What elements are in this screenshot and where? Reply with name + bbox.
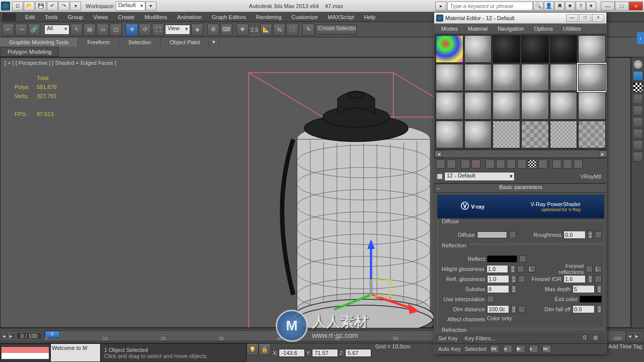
fresnel-checkbox[interactable] [586,265,593,273]
setkey-button[interactable]: Set Key [438,335,458,341]
material-slot-7[interactable] [436,64,463,92]
material-slot-21[interactable] [493,121,520,148]
material-slot-24[interactable] [578,121,606,148]
backlight-icon[interactable] [633,71,643,81]
show-in-viewport-icon[interactable] [528,159,537,168]
make-unique-icon[interactable] [496,159,505,168]
menu-rendering[interactable]: Rendering [251,14,287,20]
coord-z-input[interactable]: 5.67 [345,349,371,357]
affect-channels-select[interactable]: Color only [487,315,527,323]
open-file-icon[interactable]: 📂 [24,2,35,11]
dimfall-spinner[interactable]: ▴▾ [597,305,602,313]
scale-tool-icon[interactable]: ⛶ [152,24,164,36]
selected-label[interactable]: Selected [465,346,487,352]
coord-x-input[interactable]: -143.6 [279,349,305,357]
dimdist-spinner[interactable]: ▴▾ [511,305,516,313]
material-editor-titlebar[interactable]: Material Editor - 12 - Default — □ × [434,13,606,24]
timeline-right-arrow2-icon[interactable]: ▸ [635,332,642,339]
select-by-material-icon[interactable] [633,140,643,150]
favorites-icon[interactable]: ★ [565,2,575,11]
material-slot-15[interactable] [493,92,520,120]
assign-to-selection-icon[interactable] [461,159,470,168]
playback-start-icon[interactable]: ⏮ [490,345,499,353]
dimdist-input[interactable]: 100.0c [487,305,509,313]
selection-lock-icon[interactable]: 💡 [247,343,259,355]
material-slot-6[interactable] [578,35,606,63]
menu-modifiers[interactable]: Modifiers [139,14,172,20]
angle-snap-icon[interactable]: 📐 [260,24,272,36]
undo-button-icon[interactable]: ⤺ [2,24,14,36]
nav-icon[interactable]: ⊞ [593,334,602,342]
ribbon-tab-graphite[interactable]: Graphite Modeling Tools [0,38,78,47]
timeline-left-arrow2-icon[interactable]: ◂ [628,332,635,339]
material-slot-3[interactable] [493,35,520,63]
material-slot-20[interactable] [464,121,492,148]
material-slot-17[interactable] [550,92,578,120]
fresnel-ior-spinner[interactable]: ▴▾ [588,275,593,283]
link-icon[interactable]: 🔗 [28,24,40,36]
material-name-select[interactable]: 12 - Default [444,172,515,181]
manipulate-icon[interactable]: ⚙ [207,24,219,36]
material-slot-5[interactable] [550,35,578,63]
menu-views[interactable]: Views [88,14,113,20]
menu-customize[interactable]: Customize [287,14,323,20]
fresnel-ior-map-button[interactable] [595,276,602,283]
spinner-snap-icon[interactable]: ⬚ [286,24,298,36]
maxdepth-spinner[interactable]: ▴▾ [597,285,602,293]
material-slot-23[interactable] [550,121,578,148]
ref-coord-select[interactable]: View [165,25,190,35]
scroll-left-icon[interactable]: ◂ [435,150,443,157]
put-to-scene-icon[interactable] [447,159,456,168]
material-editor-maximize-button[interactable]: □ [579,14,591,22]
ribbon-tab-object-paint[interactable]: Object Paint [160,38,209,47]
sibling-icon[interactable] [574,159,583,168]
rollout-basic-parameters[interactable]: –Basic parameters [434,184,606,193]
hilight-map-button[interactable] [517,265,524,273]
material-slot-4[interactable] [521,35,549,63]
pick-material-icon[interactable]: ✎ [437,174,442,179]
go-to-parent-icon[interactable] [552,159,561,168]
snap-toggle-icon[interactable]: ❖ [236,24,249,36]
timeline-left-arrow-icon[interactable]: ◂ [2,332,9,339]
roughness-input[interactable]: 0.0 [564,231,586,239]
material-slot-13[interactable] [436,92,463,120]
matmenu-material[interactable]: Material [463,26,493,32]
menu-maxscript[interactable]: MAXScript [323,14,359,20]
project-icon[interactable]: ▾ [70,2,81,11]
command-panel-toggle-icon[interactable]: › [637,32,644,44]
material-slot-8[interactable] [464,64,492,92]
playback-next-icon[interactable]: ▸ [529,345,538,353]
roughness-spinner[interactable]: ▴▾ [588,231,593,239]
maxdepth-input[interactable]: 5 [573,285,595,293]
make-copy-icon[interactable] [486,159,495,168]
select-by-name-icon[interactable]: ▤ [84,24,96,36]
menu-tools[interactable]: Tools [40,14,63,20]
subdivs-input[interactable]: 8 [487,285,509,293]
menu-edit[interactable]: Edit [20,14,40,20]
help-icon[interactable]: ? [576,2,586,11]
window-close-button[interactable]: × [629,2,643,11]
material-slot-11[interactable] [550,64,578,92]
keyfilters-button[interactable]: Key Filters... [465,335,496,341]
reset-map-icon[interactable]: ✕ [471,159,480,168]
material-slots-h-scrollbar[interactable]: ◂ ▸ [434,150,606,158]
matmenu-navigation[interactable]: Navigation [493,26,529,32]
rectangle-region-icon[interactable]: ▭ [97,24,109,36]
current-frame-display[interactable]: 0 / 100 [16,332,42,339]
named-selection-icon[interactable]: ✎ [302,24,314,36]
put-to-library-icon[interactable] [507,159,516,168]
background-icon[interactable] [633,82,643,93]
lock-icon[interactable]: 🔒 [259,343,271,355]
sample-type-icon[interactable] [633,59,643,69]
rotate-tool-icon[interactable]: ⟳ [139,24,151,36]
exitcolor-swatch[interactable] [580,296,602,303]
time-tag-button[interactable]: Add Time Tag [606,343,644,362]
exchange-icon[interactable]: ✖ [554,2,565,11]
material-slot-12[interactable] [578,64,606,92]
subdivs-spinner[interactable]: ▴▾ [511,285,516,293]
menu-help[interactable]: Help [359,14,381,20]
playback-play-icon[interactable]: ▶ [516,345,525,353]
matmenu-utilities[interactable]: Utilities [558,26,586,32]
ribbon-minimize-icon[interactable]: ▾ [209,37,219,47]
scroll-right-icon[interactable]: ▸ [599,150,606,157]
